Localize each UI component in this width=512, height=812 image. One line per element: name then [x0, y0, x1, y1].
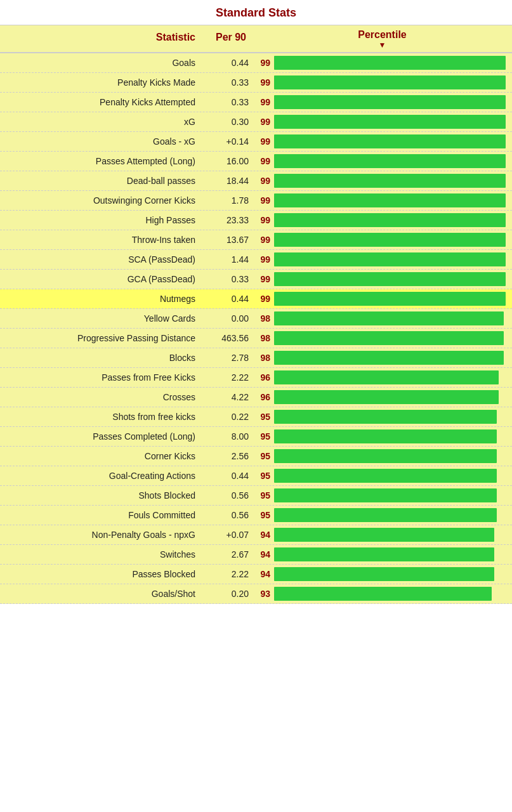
percentile-number: 95: [256, 412, 270, 422]
cell-percentile: 96: [253, 368, 512, 387]
percentile-number: 99: [256, 294, 270, 304]
percentile-bar: [274, 193, 506, 207]
percentile-number: 98: [256, 313, 270, 324]
cell-statistic: Yellow Cards: [0, 310, 202, 327]
cell-percentile: 99: [253, 93, 512, 112]
cell-percentile: 94: [253, 525, 512, 544]
cell-percentile: 99: [253, 112, 512, 131]
percentile-bar: [274, 351, 504, 365]
bar-container: [274, 547, 508, 561]
header-percentile: Percentile ▼: [253, 25, 512, 52]
cell-statistic: Goals/Shot: [0, 585, 202, 603]
cell-statistic: GCA (PassDead): [0, 270, 202, 288]
cell-per90: 2.78: [202, 349, 253, 367]
percentile-bar: [274, 331, 504, 345]
bar-container: [274, 233, 508, 247]
percentile-bar: [274, 508, 497, 522]
bar-container: [274, 292, 508, 306]
percentile-number: 99: [256, 274, 270, 284]
percentile-bar: [274, 370, 499, 384]
percentile-number: 98: [256, 353, 270, 363]
cell-statistic: Nutmegs: [0, 290, 202, 308]
cell-percentile: 95: [253, 506, 512, 525]
bar-container: [274, 272, 508, 286]
table-row: Passes Completed (Long) 8.00 95: [0, 427, 512, 447]
percentile-bar: [274, 115, 506, 129]
cell-statistic: Throw-Ins taken: [0, 231, 202, 249]
table-row: Goals - xG +0.14 99: [0, 132, 512, 152]
percentile-bar: [274, 292, 506, 306]
bar-container: [274, 154, 508, 168]
cell-statistic: Penalty Kicks Attempted: [0, 93, 202, 111]
table-row: Passes Attempted (Long) 16.00 99: [0, 152, 512, 171]
table-row: SCA (PassDead) 1.44 99: [0, 250, 512, 270]
bar-container: [274, 410, 508, 424]
table-row: Switches 2.67 94: [0, 545, 512, 565]
cell-percentile: 96: [253, 388, 512, 407]
cell-statistic: Penalty Kicks Made: [0, 74, 202, 91]
cell-statistic: Crosses: [0, 388, 202, 406]
table-row: Goals 0.44 99: [0, 53, 512, 73]
table-row: Yellow Cards 0.00 98: [0, 309, 512, 329]
percentile-bar: [274, 213, 506, 227]
table-row: Progressive Passing Distance 463.56 98: [0, 329, 512, 348]
bar-container: [274, 351, 508, 365]
table-row: Throw-Ins taken 13.67 99: [0, 230, 512, 250]
percentile-bar: [274, 154, 506, 168]
percentile-number: 99: [256, 156, 270, 166]
bar-container: [274, 56, 508, 70]
percentile-number: 99: [256, 117, 270, 127]
table-row: Penalty Kicks Attempted 0.33 99: [0, 93, 512, 112]
table-row: Dead-ball passes 18.44 99: [0, 171, 512, 191]
cell-percentile: 99: [253, 73, 512, 92]
percentile-number: 99: [256, 215, 270, 225]
header-statistic: Statistic: [0, 25, 202, 52]
cell-statistic: Blocks: [0, 349, 202, 367]
cell-statistic: Shots Blocked: [0, 487, 202, 504]
cell-per90: 2.22: [202, 565, 253, 583]
bar-container: [274, 449, 508, 463]
bar-container: [274, 213, 508, 227]
cell-statistic: Progressive Passing Distance: [0, 329, 202, 347]
percentile-bar: [274, 311, 504, 325]
cell-percentile: 99: [253, 171, 512, 190]
cell-per90: +0.14: [202, 133, 253, 150]
header-per90: Per 90: [202, 25, 253, 52]
cell-percentile: 98: [253, 348, 512, 367]
cell-per90: 0.44: [202, 290, 253, 308]
percentile-bar: [274, 547, 494, 561]
bar-container: [274, 331, 508, 345]
cell-per90: 8.00: [202, 428, 253, 445]
bar-container: [274, 587, 508, 601]
cell-per90: 0.20: [202, 585, 253, 603]
cell-statistic: Fouls Committed: [0, 506, 202, 524]
bar-container: [274, 252, 508, 266]
cell-statistic: xG: [0, 113, 202, 131]
percentile-bar: [274, 410, 497, 424]
percentile-bar: [274, 134, 506, 148]
cell-percentile: 98: [253, 309, 512, 328]
percentile-bar: [274, 390, 499, 404]
percentile-bar: [274, 449, 497, 463]
cell-per90: 1.44: [202, 251, 253, 268]
table-row: Outswinging Corner Kicks 1.78 99: [0, 191, 512, 211]
bar-container: [274, 75, 508, 89]
cell-percentile: 94: [253, 545, 512, 564]
cell-per90: 18.44: [202, 172, 253, 190]
percentile-bar: [274, 567, 494, 581]
table-row: Shots Blocked 0.56 95: [0, 486, 512, 506]
percentile-number: 99: [256, 97, 270, 107]
cell-per90: 2.56: [202, 447, 253, 465]
cell-per90: 0.44: [202, 54, 253, 72]
cell-percentile: 99: [253, 230, 512, 249]
cell-percentile: 99: [253, 250, 512, 269]
percentile-number: 99: [256, 136, 270, 147]
bar-container: [274, 134, 508, 148]
table-row: Nutmegs 0.44 99: [0, 289, 512, 309]
percentile-bar: [274, 469, 497, 483]
table-row: Non-Penalty Goals - npxG +0.07 94: [0, 525, 512, 545]
cell-per90: 0.00: [202, 310, 253, 327]
table-row: GCA (PassDead) 0.33 99: [0, 270, 512, 289]
cell-statistic: Dead-ball passes: [0, 172, 202, 190]
cell-statistic: Passes Blocked: [0, 565, 202, 583]
